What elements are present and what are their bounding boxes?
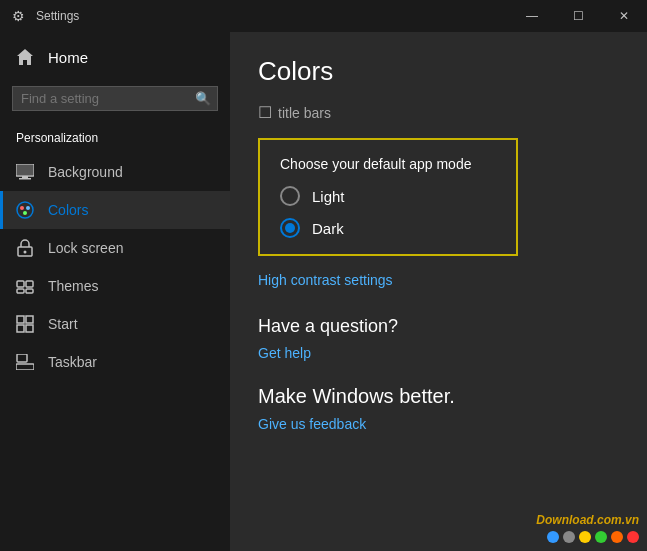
light-radio-label: Light xyxy=(312,188,345,205)
window-title: Settings xyxy=(36,9,79,23)
svg-point-7 xyxy=(23,211,27,215)
sidebar-label-lock-screen: Lock screen xyxy=(48,240,123,256)
title-bars-label: ☐ title bars xyxy=(258,103,619,122)
dark-radio-circle[interactable] xyxy=(280,218,300,238)
sidebar-section-label: Personalization xyxy=(0,123,230,153)
background-icon xyxy=(16,163,34,181)
svg-point-5 xyxy=(20,206,24,210)
sidebar-item-start[interactable]: Start xyxy=(0,305,230,343)
feedback-link[interactable]: Give us feedback xyxy=(258,416,619,432)
svg-rect-2 xyxy=(22,176,28,178)
sidebar-item-themes[interactable]: Themes xyxy=(0,267,230,305)
lock-icon xyxy=(16,239,34,257)
watermark-dot xyxy=(579,531,591,543)
sidebar-label-themes: Themes xyxy=(48,278,99,294)
sidebar: Home 🔍 Personalization Background xyxy=(0,32,230,551)
title-bar-left: ⚙ Settings xyxy=(12,8,79,24)
search-icon: 🔍 xyxy=(195,91,211,106)
taskbar-icon xyxy=(16,353,34,371)
sidebar-label-taskbar: Taskbar xyxy=(48,354,97,370)
home-icon xyxy=(16,48,34,66)
have-question-heading: Have a question? xyxy=(258,316,619,337)
get-help-link[interactable]: Get help xyxy=(258,345,619,361)
settings-icon: ⚙ xyxy=(12,8,28,24)
maximize-button[interactable]: ☐ xyxy=(555,0,601,32)
home-label: Home xyxy=(48,49,88,66)
sidebar-label-colors: Colors xyxy=(48,202,88,218)
search-box[interactable]: 🔍 xyxy=(12,86,218,111)
watermark-dot xyxy=(563,531,575,543)
svg-rect-16 xyxy=(17,325,24,332)
sidebar-item-lock-screen[interactable]: Lock screen xyxy=(0,229,230,267)
search-input[interactable] xyxy=(21,91,189,106)
watermark-dot xyxy=(611,531,623,543)
svg-rect-10 xyxy=(17,281,24,287)
sidebar-item-colors[interactable]: Colors xyxy=(0,191,230,229)
sidebar-item-taskbar[interactable]: Taskbar xyxy=(0,343,230,381)
svg-rect-1 xyxy=(17,165,33,175)
close-button[interactable]: ✕ xyxy=(601,0,647,32)
make-better-section: Make Windows better. Give us feedback xyxy=(258,385,619,432)
themes-icon xyxy=(16,277,34,295)
title-bar-controls: — ☐ ✕ xyxy=(509,0,647,32)
colors-icon xyxy=(16,201,34,219)
sidebar-label-start: Start xyxy=(48,316,78,332)
svg-rect-15 xyxy=(26,316,33,323)
dark-mode-option[interactable]: Dark xyxy=(280,218,496,238)
mode-box-title: Choose your default app mode xyxy=(280,156,496,172)
content-area: Colors ☐ title bars Choose your default … xyxy=(230,32,647,551)
svg-rect-18 xyxy=(16,364,34,370)
app-container: Home 🔍 Personalization Background xyxy=(0,32,647,551)
sidebar-item-home[interactable]: Home xyxy=(0,32,230,82)
dark-radio-label: Dark xyxy=(312,220,344,237)
svg-point-6 xyxy=(26,206,30,210)
high-contrast-link[interactable]: High contrast settings xyxy=(258,272,619,288)
svg-rect-3 xyxy=(19,178,31,180)
page-title: Colors xyxy=(258,56,619,87)
sidebar-item-background[interactable]: Background xyxy=(0,153,230,191)
watermark-dot xyxy=(547,531,559,543)
checkbox-icon: ☐ xyxy=(258,103,272,122)
watermark-dots xyxy=(547,531,639,543)
svg-rect-13 xyxy=(26,289,33,293)
svg-rect-19 xyxy=(17,354,27,362)
light-mode-option[interactable]: Light xyxy=(280,186,496,206)
svg-rect-14 xyxy=(17,316,24,323)
have-question-section: Have a question? Get help xyxy=(258,316,619,361)
svg-point-9 xyxy=(24,251,27,254)
minimize-button[interactable]: — xyxy=(509,0,555,32)
mode-selection-box: Choose your default app mode Light Dark xyxy=(258,138,518,256)
watermark-text: Download.com.vn xyxy=(536,513,639,527)
watermark-dot xyxy=(627,531,639,543)
start-icon xyxy=(16,315,34,333)
sidebar-label-background: Background xyxy=(48,164,123,180)
watermark: Download.com.vn xyxy=(536,513,639,543)
svg-rect-17 xyxy=(26,325,33,332)
svg-rect-12 xyxy=(17,289,24,293)
title-bar: ⚙ Settings — ☐ ✕ xyxy=(0,0,647,32)
light-radio-circle[interactable] xyxy=(280,186,300,206)
watermark-dot xyxy=(595,531,607,543)
make-better-heading: Make Windows better. xyxy=(258,385,619,408)
svg-point-4 xyxy=(17,202,33,218)
svg-rect-11 xyxy=(26,281,33,287)
